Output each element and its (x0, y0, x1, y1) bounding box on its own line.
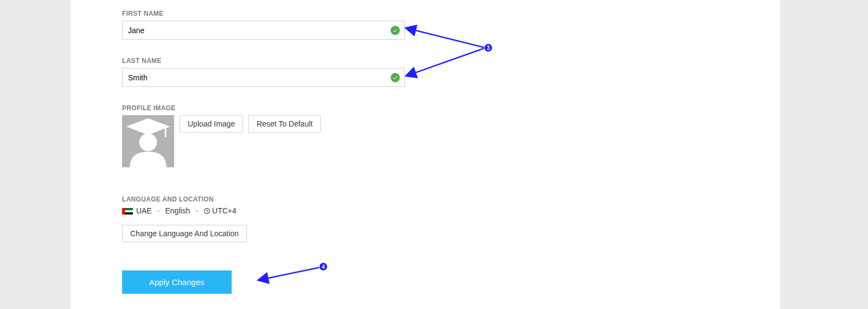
settings-panel: FIRST NAME LAST NAME PROFILE IMAGE (71, 0, 780, 309)
separator: - (157, 206, 160, 215)
svg-rect-7 (122, 208, 125, 215)
first-name-input-wrap (122, 21, 405, 40)
svg-rect-2 (165, 127, 167, 137)
check-icon (391, 26, 400, 35)
svg-point-3 (139, 134, 157, 152)
annotation-badge-3: 3 (484, 43, 493, 52)
avatar (122, 115, 174, 167)
last-name-input[interactable] (123, 68, 383, 86)
change-lang-loc-button[interactable]: Change Language And Location (122, 225, 247, 242)
language-text: English (165, 206, 190, 215)
lang-loc-label: LANGUAGE AND LOCATION (122, 196, 556, 203)
last-name-label: LAST NAME (122, 57, 556, 65)
check-icon (391, 73, 400, 82)
lang-loc-row: UAE - English - UTC+4 (122, 206, 556, 215)
country-text: UAE (136, 206, 152, 215)
timezone-text: UTC+4 (212, 206, 237, 215)
annotation-badge-4: 4 (319, 262, 328, 271)
flag-icon (122, 207, 133, 214)
upload-image-button[interactable]: Upload Image (180, 115, 243, 133)
first-name-input[interactable] (123, 21, 383, 39)
reset-default-button[interactable]: Reset To Default (248, 115, 321, 133)
clock-icon (203, 207, 210, 215)
last-name-input-wrap (122, 68, 405, 87)
profile-image-label: PROFILE IMAGE (122, 104, 556, 112)
first-name-label: FIRST NAME (122, 10, 556, 17)
separator: - (195, 206, 198, 215)
apply-changes-button[interactable]: Apply Changes (122, 270, 232, 294)
